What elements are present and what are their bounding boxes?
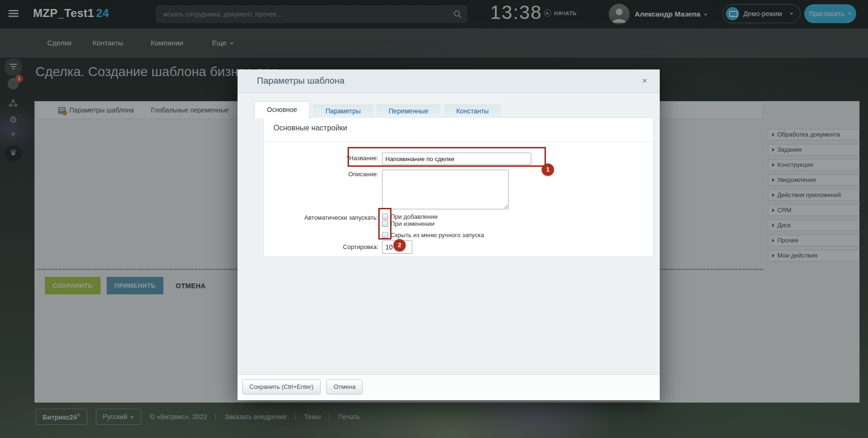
- checkbox-on-change[interactable]: [382, 221, 388, 227]
- close-icon[interactable]: ×: [639, 75, 650, 86]
- checkbox-row-hide-manual[interactable]: Скрыть из меню ручного запуска: [382, 232, 484, 239]
- tab-parameters[interactable]: Параметры: [313, 104, 373, 118]
- required-mark: *: [346, 155, 349, 162]
- sort-label: Сортировка:: [264, 243, 378, 250]
- checkbox-row-on-add[interactable]: При добавлении: [382, 213, 438, 220]
- tab-constants[interactable]: Константы: [444, 104, 501, 118]
- autorun-label: Автоматически запускать:: [264, 214, 378, 221]
- tab-general[interactable]: Основное: [254, 101, 310, 118]
- dialog-title: Параметры шаблона: [257, 76, 344, 86]
- checkbox-row-on-change[interactable]: При изменении: [382, 220, 434, 227]
- section-heading: Основные настройки: [273, 124, 347, 132]
- dialog-save-button[interactable]: Сохранить (Ctrl+Enter): [242, 379, 321, 395]
- name-field[interactable]: [382, 153, 531, 165]
- tab-variables[interactable]: Переменные: [376, 104, 441, 118]
- template-params-dialog: Параметры шаблона × Основное Параметры П…: [238, 69, 660, 400]
- annotation-step-1-badge: 1: [542, 163, 554, 176]
- description-field[interactable]: [382, 170, 509, 209]
- dialog-tab-content: Основные настройки *Название: Описание: …: [264, 118, 654, 257]
- description-label: Описание:: [264, 171, 378, 178]
- dialog-header: Параметры шаблона ×: [238, 69, 660, 93]
- checkbox-on-add[interactable]: [382, 214, 388, 220]
- dialog-tabs: Основное Параметры Переменные Константы: [254, 101, 501, 118]
- divider: [264, 141, 653, 142]
- checkbox-hide-manual[interactable]: [382, 232, 388, 238]
- dialog-cancel-button[interactable]: Отмена: [326, 379, 363, 395]
- dialog-footer: Сохранить (Ctrl+Enter) Отмена: [238, 374, 660, 400]
- name-label: *Название:: [264, 155, 378, 162]
- annotation-step-2-badge: 2: [393, 239, 406, 251]
